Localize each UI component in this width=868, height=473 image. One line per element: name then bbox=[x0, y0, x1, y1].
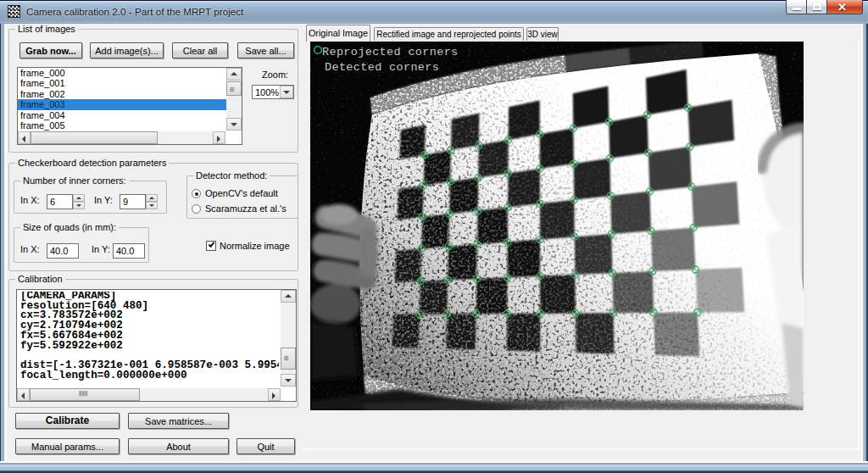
svg-text:Detected corners: Detected corners bbox=[325, 61, 439, 74]
svg-text:Reprojected corners: Reprojected corners bbox=[322, 46, 459, 58]
